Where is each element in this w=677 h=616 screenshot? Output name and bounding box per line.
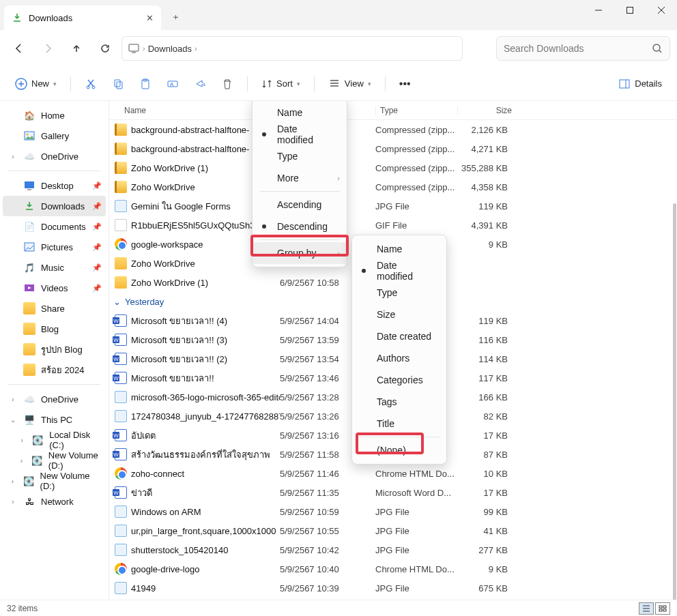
rename-button[interactable]: A bbox=[161, 72, 184, 96]
search-box[interactable] bbox=[496, 36, 670, 61]
sidebar-item-sroy[interactable]: สร้อย 2024 bbox=[3, 360, 106, 380]
sidebar-item-network[interactable]: ›🖧Network bbox=[3, 491, 106, 512]
scrollbar[interactable] bbox=[673, 203, 676, 600]
sidebar-item-share[interactable]: Share bbox=[3, 298, 106, 319]
forward-button[interactable] bbox=[35, 36, 60, 61]
sidebar-item-documents[interactable]: 📄Documents📌 bbox=[3, 216, 106, 237]
chevron-right-icon[interactable]: › bbox=[195, 44, 197, 53]
file-row[interactable]: 419495/9/2567 10:39JPG File675 KB bbox=[109, 578, 677, 598]
chevron-down-icon: ▾ bbox=[297, 80, 300, 87]
column-size[interactable]: Size bbox=[457, 106, 512, 115]
delete-button[interactable] bbox=[216, 72, 239, 96]
file-row[interactable]: R1bbuERjES5hl5GUxQQtuSh3XnGIF File4,391 … bbox=[109, 216, 677, 235]
search-icon[interactable] bbox=[652, 43, 663, 54]
groupby-type[interactable]: Type bbox=[352, 282, 446, 304]
minimize-button[interactable] bbox=[583, 0, 614, 20]
sidebar-item-newvol1[interactable]: ›💽New Volume (D:) bbox=[3, 450, 106, 471]
sidebar-item-videos[interactable]: Videos📌 bbox=[3, 278, 106, 298]
details-button[interactable]: Details bbox=[613, 72, 667, 96]
file-row[interactable]: ข่าวดี5/9/2567 11:35Microsoft Word D...1… bbox=[109, 483, 677, 502]
sidebar-item-onedrive[interactable]: ›☁️OneDrive bbox=[3, 389, 106, 409]
groupby-authors[interactable]: Authors bbox=[352, 347, 446, 369]
sort-button[interactable]: Sort ▾ bbox=[256, 72, 306, 96]
groupby-date-modified[interactable]: Date modified bbox=[352, 260, 446, 282]
file-row[interactable]: Zoho WorkDriveCompressed (zipp...4,358 K… bbox=[109, 177, 677, 196]
sidebar-item-downloads[interactable]: Downloads📌 bbox=[3, 196, 106, 216]
sidebar-item-newvol2[interactable]: ›💽New Volume (D:) bbox=[3, 471, 106, 491]
file-row[interactable]: background-abstract-halftone-Compressed … bbox=[109, 139, 677, 158]
sidebar-item-localc[interactable]: ›💽Local Disk (C:) bbox=[3, 430, 106, 450]
new-tab-button[interactable]: ＋ bbox=[164, 5, 187, 29]
sidebar-item-onedrive-top[interactable]: ›☁️OneDrive bbox=[3, 146, 106, 166]
doc-icon bbox=[115, 353, 127, 365]
up-button[interactable] bbox=[64, 36, 89, 61]
column-type[interactable]: Type bbox=[375, 106, 457, 115]
file-row[interactable]: background-abstract-halftone-Compressed … bbox=[109, 120, 677, 139]
groupby-size[interactable]: Size bbox=[352, 304, 446, 325]
chevron-right-icon[interactable]: › bbox=[18, 457, 25, 465]
sidebar-item-desktop[interactable]: Desktop📌 bbox=[3, 175, 106, 196]
sidebar-item-music[interactable]: 🎵Music📌 bbox=[3, 257, 106, 278]
sort-menu-descending[interactable]: Descending bbox=[253, 216, 347, 237]
groupby-none[interactable]: (None) bbox=[352, 439, 446, 461]
close-button[interactable] bbox=[646, 0, 677, 20]
view-button[interactable]: View ▾ bbox=[323, 72, 377, 96]
close-tab-icon[interactable]: ✕ bbox=[143, 12, 156, 24]
file-row[interactable]: zoho-connect5/9/2567 11:46Chrome HTML Do… bbox=[109, 464, 677, 483]
sort-menu-more[interactable]: More› bbox=[253, 167, 347, 189]
file-row[interactable]: shutterstock_1054201405/9/2567 10:42JPG … bbox=[109, 540, 677, 559]
sort-menu-name[interactable]: Name bbox=[253, 102, 347, 123]
new-button[interactable]: New ▾ bbox=[10, 72, 62, 96]
breadcrumb[interactable]: › Downloads › bbox=[121, 36, 463, 61]
breadcrumb-segment[interactable]: Downloads bbox=[148, 44, 192, 54]
search-input[interactable] bbox=[504, 43, 646, 54]
svg-rect-15 bbox=[25, 181, 34, 188]
file-date: 5/9/2567 11:35 bbox=[280, 488, 375, 498]
sidebar-item-pictures[interactable]: Pictures📌 bbox=[3, 237, 106, 257]
copy-button[interactable] bbox=[106, 72, 130, 96]
sidebar-item-blog[interactable]: Blog bbox=[3, 319, 106, 339]
item-count: 32 items bbox=[7, 604, 38, 613]
groupby-categories[interactable]: Categories bbox=[352, 369, 446, 391]
chevron-down-icon[interactable]: ⌄ bbox=[8, 416, 18, 424]
chevron-right-icon[interactable]: › bbox=[8, 153, 18, 160]
pin-icon: 📌 bbox=[92, 263, 102, 272]
groupby-title[interactable]: Title bbox=[352, 413, 446, 435]
refresh-button[interactable] bbox=[93, 36, 117, 61]
file-type: Chrome HTML Do... bbox=[375, 469, 457, 479]
sort-menu-ascending[interactable]: Ascending bbox=[253, 194, 347, 216]
sort-menu-type[interactable]: Type bbox=[253, 145, 347, 167]
chevron-right-icon[interactable]: › bbox=[8, 396, 18, 403]
chevron-right-icon[interactable]: › bbox=[143, 44, 145, 53]
file-name: shutterstock_105420140 bbox=[131, 545, 228, 555]
share-button[interactable] bbox=[188, 72, 212, 96]
file-row[interactable]: Zoho WorkDrive (1)Compressed (zipp...355… bbox=[109, 158, 677, 177]
sidebar-item-blog-pics[interactable]: รูปปก Blog bbox=[3, 339, 106, 360]
chevron-right-icon[interactable]: › bbox=[18, 437, 26, 444]
cut-button[interactable] bbox=[79, 72, 102, 96]
chevron-right-icon[interactable]: › bbox=[8, 498, 18, 505]
groupby-date-created[interactable]: Date created bbox=[352, 325, 446, 347]
file-row[interactable]: ur,pin_large_front,square,1000x10005/9/2… bbox=[109, 521, 677, 540]
file-row[interactable]: Gemini ใน Google FormsJPG File119 KB bbox=[109, 196, 677, 216]
back-button[interactable] bbox=[7, 36, 31, 61]
groupby-name[interactable]: Name bbox=[352, 238, 446, 260]
titlebar: Downloads ✕ ＋ bbox=[0, 0, 677, 30]
groupby-tags[interactable]: Tags bbox=[352, 391, 446, 413]
sort-menu: Name Date modified Type More› Ascending … bbox=[252, 101, 347, 267]
maximize-button[interactable] bbox=[614, 0, 646, 20]
sidebar-item-home[interactable]: 🏠Home bbox=[3, 105, 106, 126]
details-view-button[interactable] bbox=[639, 602, 654, 615]
sidebar-item-thispc[interactable]: ⌄🖥️This PC bbox=[3, 409, 106, 430]
paste-button[interactable] bbox=[134, 72, 157, 96]
file-row[interactable]: Windows on ARM5/9/2567 10:59JPG File99 K… bbox=[109, 502, 677, 521]
thumbnails-view-button[interactable] bbox=[655, 602, 670, 615]
more-button[interactable]: ••• bbox=[394, 72, 416, 96]
sort-menu-group-by[interactable]: Group by› bbox=[253, 242, 347, 264]
chevron-right-icon[interactable]: › bbox=[8, 478, 17, 485]
file-type: Chrome HTML Do... bbox=[375, 564, 457, 574]
file-row[interactable]: google-drive-logo5/9/2567 10:40Chrome HT… bbox=[109, 559, 677, 578]
sidebar-item-gallery[interactable]: Gallery bbox=[3, 126, 106, 146]
tab-downloads[interactable]: Downloads ✕ bbox=[4, 5, 161, 30]
sort-menu-date-modified[interactable]: Date modified bbox=[253, 123, 347, 145]
